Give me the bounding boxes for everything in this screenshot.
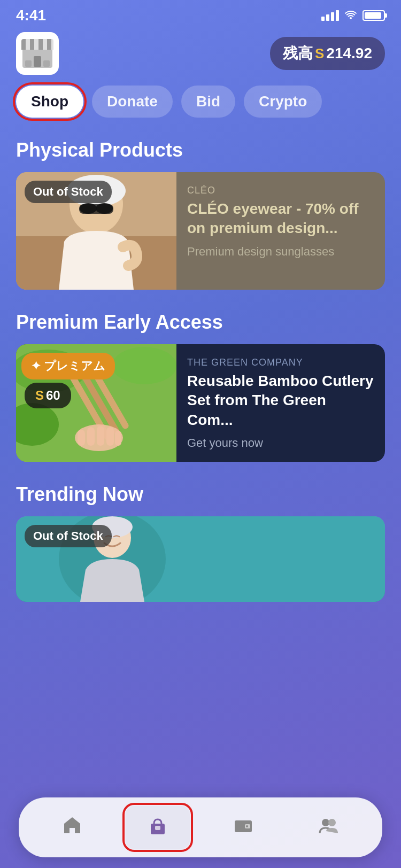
svg-point-9 [112,347,176,384]
product-image-bamboo: ✦ プレミアム S60 [16,344,176,462]
premium-product-card[interactable]: ✦ プレミアム S60 THE GREEN COMPANY Reusable B… [16,344,385,462]
bottom-nav [19,797,382,857]
svg-point-28 [246,825,248,827]
battery-icon [363,10,385,21]
premium-badge: ✦ プレミアム [21,353,115,379]
header: 残高S214.92 [0,27,401,86]
product-brand-green: THE GREEN COMPANY [187,357,374,368]
profile-icon [319,815,339,840]
balance-label: 残高 [283,43,313,64]
balance-amount: 214.92 [326,45,372,62]
product-brand-cleo: CLÉO [187,185,374,196]
svg-rect-16 [87,427,95,446]
nav-wallet[interactable] [211,806,275,849]
svg-rect-17 [97,426,104,446]
balance-badge: 残高S214.92 [270,37,385,70]
tab-donate[interactable]: Donate [92,86,173,118]
out-of-stock-badge: Out of Stock [25,181,112,203]
tab-crypto[interactable]: Crypto [244,86,322,118]
tab-bid[interactable]: Bid [181,86,235,118]
svg-rect-19 [115,431,121,446]
product-desc-cleo: Premium design sunglasses [187,244,374,260]
product-title-bamboo: Reusable Bamboo Cutlery Set from The Gre… [187,371,374,430]
wifi-icon [344,9,357,22]
svg-point-29 [322,819,329,826]
svg-point-6 [96,203,113,214]
nav-shop[interactable] [126,806,190,849]
trending-out-of-stock-badge: Out of Stock [25,525,112,547]
premium-access-title: Premium Early Access [0,306,401,344]
svg-rect-25 [155,826,160,830]
home-icon [62,815,82,840]
premium-product-info: THE GREEN COMPANY Reusable Bamboo Cutler… [176,344,385,462]
product-desc-bamboo: Get yours now [187,435,374,452]
status-icons [321,9,385,22]
product-title-cleo: CLÉO eyewear - 70% off on premium design… [187,199,374,238]
physical-product-info: CLÉO CLÉO eyewear - 70% off on premium d… [176,172,385,290]
trending-card[interactable]: Out of Stock [16,516,385,602]
shop-icon [146,814,169,841]
balance-currency: S [315,45,324,62]
physical-product-card[interactable]: Out of Stock CLÉO CLÉO eyewear - 70% off… [16,172,385,290]
coins-currency: S [35,388,44,403]
svg-point-30 [328,819,336,826]
tab-shop[interactable]: Shop [16,86,83,118]
status-bar: 4:41 [0,0,401,27]
nav-tabs: Shop Donate Bid Crypto [0,86,401,134]
svg-rect-18 [106,427,114,446]
shop-logo [16,32,59,75]
signal-icon [321,10,339,21]
coins-amount: 60 [46,388,60,403]
nav-home[interactable] [40,806,104,849]
nav-profile[interactable] [297,806,361,849]
coins-badge: S60 [25,383,71,408]
physical-products-title: Physical Products [0,134,401,172]
wallet-icon [233,815,253,840]
product-image-cleo: Out of Stock [16,172,176,290]
status-time: 4:41 [16,7,46,24]
svg-rect-15 [78,430,85,446]
svg-point-5 [80,203,97,214]
trending-now-title: Trending Now [0,478,401,516]
